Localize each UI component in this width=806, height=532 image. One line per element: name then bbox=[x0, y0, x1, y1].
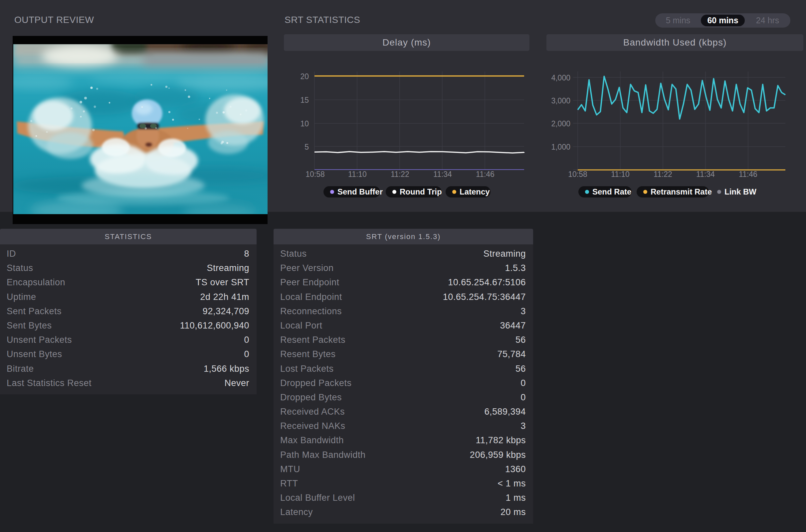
svg-text:10:58: 10:58 bbox=[306, 170, 325, 178]
svg-text:11:46: 11:46 bbox=[739, 170, 757, 178]
svg-text:10:58: 10:58 bbox=[568, 170, 587, 178]
svg-text:15: 15 bbox=[300, 96, 309, 104]
svg-text:11:22: 11:22 bbox=[654, 170, 672, 178]
svg-text:11:10: 11:10 bbox=[348, 170, 367, 178]
svg-text:11:34: 11:34 bbox=[433, 170, 452, 178]
svg-text:11:10: 11:10 bbox=[611, 170, 630, 178]
svg-text:3,000: 3,000 bbox=[551, 96, 570, 105]
svg-text:11:22: 11:22 bbox=[391, 170, 409, 178]
svg-text:11:34: 11:34 bbox=[696, 170, 715, 178]
svg-text:4,000: 4,000 bbox=[551, 74, 570, 82]
svg-text:10: 10 bbox=[300, 119, 309, 128]
svg-text:11:46: 11:46 bbox=[476, 170, 495, 178]
svg-text:2,000: 2,000 bbox=[551, 119, 570, 128]
svg-text:1,000: 1,000 bbox=[551, 142, 570, 151]
svg-text:5: 5 bbox=[305, 142, 309, 151]
svg-text:20: 20 bbox=[300, 72, 309, 81]
